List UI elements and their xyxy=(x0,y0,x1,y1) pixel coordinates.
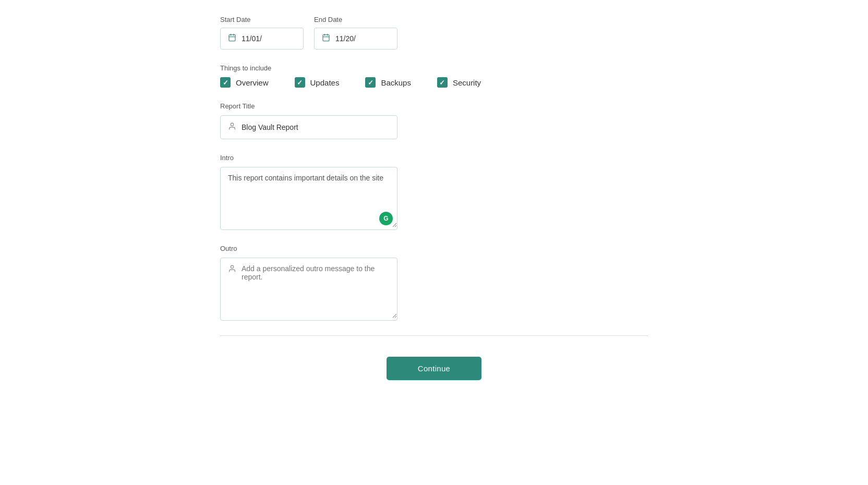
intro-textarea[interactable]: This report contains important details o… xyxy=(221,167,397,227)
calendar-icon-end xyxy=(322,33,330,44)
report-title-section: Report Title xyxy=(220,102,648,139)
report-title-input-wrapper[interactable] xyxy=(220,115,397,139)
footer-row: Continue xyxy=(220,351,648,396)
things-to-include-label: Things to include xyxy=(220,64,648,72)
things-to-include-section: Things to include Overview Updates Backu… xyxy=(220,64,648,88)
checkbox-label-security: Security xyxy=(453,78,481,87)
divider xyxy=(220,335,648,336)
checkbox-updates[interactable] xyxy=(295,77,305,88)
checkbox-label-updates: Updates xyxy=(310,78,340,87)
end-date-group: End Date xyxy=(314,16,397,50)
date-row: Start Date End Date xyxy=(220,16,648,50)
checkbox-label-backups: Backups xyxy=(381,78,411,87)
calendar-icon-start xyxy=(228,33,236,44)
continue-button[interactable]: Continue xyxy=(387,357,481,380)
grammarly-badge[interactable]: G xyxy=(379,212,393,225)
end-date-label: End Date xyxy=(314,16,397,23)
start-date-label: Start Date xyxy=(220,16,304,23)
report-title-label: Report Title xyxy=(220,102,648,110)
intro-section: Intro This report contains important det… xyxy=(220,154,648,230)
end-date-input-wrapper[interactable] xyxy=(314,28,397,50)
person-icon-title xyxy=(228,122,236,132)
checkbox-item-overview[interactable]: Overview xyxy=(220,77,269,88)
page-container: Start Date End Date xyxy=(199,0,669,411)
outro-textarea-wrapper xyxy=(220,258,397,321)
outro-section: Outro xyxy=(220,245,648,321)
intro-label: Intro xyxy=(220,154,648,162)
outro-textarea[interactable] xyxy=(221,258,397,318)
checkbox-backups[interactable] xyxy=(365,77,376,88)
checkbox-security[interactable] xyxy=(437,77,448,88)
person-icon-outro xyxy=(228,264,236,275)
intro-textarea-wrapper: This report contains important details o… xyxy=(220,167,397,230)
checkbox-row: Overview Updates Backups Security xyxy=(220,77,648,88)
checkbox-overview[interactable] xyxy=(220,77,231,88)
svg-rect-0 xyxy=(229,35,235,41)
checkbox-item-backups[interactable]: Backups xyxy=(365,77,411,88)
outro-label: Outro xyxy=(220,245,648,252)
end-date-input[interactable] xyxy=(335,34,390,43)
svg-rect-4 xyxy=(323,35,329,41)
checkbox-item-security[interactable]: Security xyxy=(437,77,481,88)
checkbox-item-updates[interactable]: Updates xyxy=(295,77,340,88)
start-date-group: Start Date xyxy=(220,16,304,50)
start-date-input-wrapper[interactable] xyxy=(220,28,304,50)
report-title-input[interactable] xyxy=(242,123,390,131)
svg-point-9 xyxy=(231,265,233,268)
checkbox-label-overview: Overview xyxy=(236,78,269,87)
svg-point-8 xyxy=(231,123,233,126)
start-date-input[interactable] xyxy=(242,34,296,43)
